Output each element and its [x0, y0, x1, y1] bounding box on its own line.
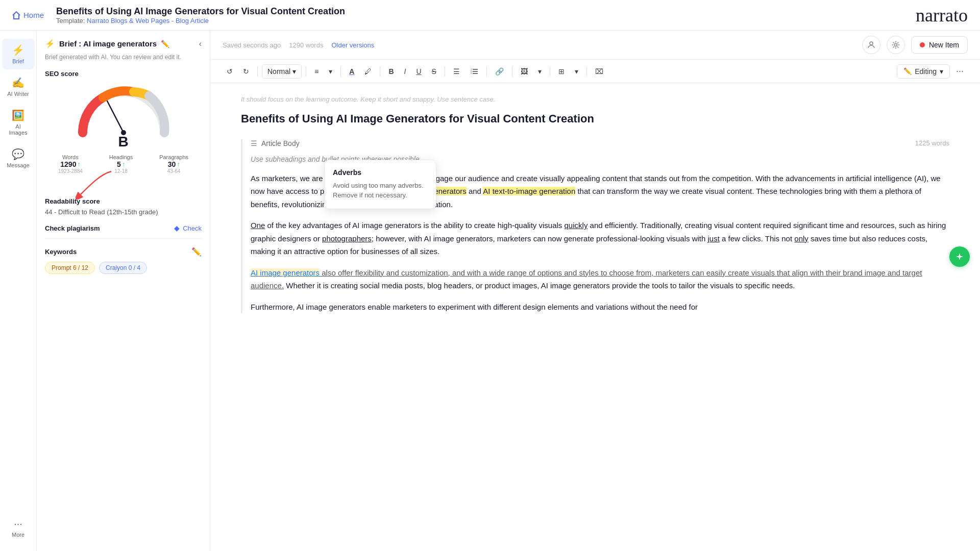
underline-quickly: quickly — [565, 221, 588, 230]
image-chevron-button[interactable]: ▾ — [534, 65, 546, 78]
headings-label: Headings — [109, 154, 133, 160]
settings-action-button[interactable] — [887, 36, 905, 54]
sidebar-item-ai-images[interactable]: 🖼️ AI Images — [2, 104, 35, 141]
ai-images-label: AI Images — [6, 123, 31, 136]
ai-images-icon: 🖼️ — [12, 109, 24, 121]
image-button[interactable]: 🖼 — [517, 65, 532, 78]
undo-button[interactable]: ↺ — [223, 65, 237, 78]
underline-button[interactable]: U — [412, 65, 425, 78]
adverbs-tooltip: Adverbs Avoid using too many adverbs. Re… — [324, 160, 436, 209]
font-color-button[interactable]: A — [345, 65, 358, 78]
sidebar-item-brief[interactable]: ⚡ Brief — [2, 39, 35, 69]
redo-button[interactable]: ↻ — [239, 65, 253, 78]
paragraphs-range: 43-64 — [167, 168, 181, 174]
narrato-logo: narrato — [916, 5, 968, 26]
tooltip-description: Avoid using too many adverbs. Remove if … — [333, 181, 428, 201]
new-item-button[interactable]: New Item — [911, 36, 968, 54]
paragraph-4[interactable]: Furthermore, AI image generators enable … — [251, 300, 949, 314]
check-plagiarism-button[interactable]: ◆ Check — [174, 224, 202, 232]
red-arrow-annotation — [76, 169, 127, 199]
article-section-title: ☰ Article Body — [251, 139, 300, 147]
toolbar-separator-3 — [340, 66, 341, 77]
editor-content[interactable]: It should focus on the learning outcome.… — [210, 83, 980, 551]
ai-writer-icon: ✍️ — [12, 77, 24, 89]
top-header: Home Benefits of Using AI Image Generato… — [0, 0, 980, 31]
message-icon: 💬 — [12, 148, 24, 160]
home-label: Home — [23, 11, 44, 19]
clear-format-button[interactable]: ⌧ — [591, 65, 607, 78]
table-chevron-button[interactable]: ▾ — [571, 65, 582, 78]
new-item-dot — [920, 42, 925, 47]
headings-value: 5 ↑ — [117, 160, 125, 168]
editor-panel: Saved seconds ago 1290 words Older versi… — [210, 31, 980, 551]
toolbar-more-button[interactable]: ··· — [952, 64, 968, 79]
italic-button[interactable]: I — [400, 65, 410, 78]
template-label: Template: — [56, 17, 85, 24]
align-button[interactable]: ≡ — [310, 65, 323, 78]
table-button[interactable]: ⊞ — [554, 65, 569, 78]
brief-header: ⚡ Brief : AI image generators ✏️ ‹ — [45, 39, 202, 48]
paragraph-2[interactable]: One of the key advantages of AI image ge… — [251, 219, 949, 258]
keyword-tag-craiyon[interactable]: Craiyon 0 / 4 — [99, 262, 147, 274]
home-link[interactable]: Home — [12, 11, 44, 19]
readability-score: 44 - Difficult to Read (12th-15th grade) — [45, 208, 202, 216]
gauge-container: B — [45, 82, 202, 150]
sidebar-item-ai-writer[interactable]: ✍️ AI Writer — [2, 71, 35, 102]
bullet-list-button[interactable]: ☰ — [449, 65, 464, 78]
link-button[interactable]: 🔗 — [491, 65, 508, 78]
more-icon: ··· — [14, 518, 22, 530]
keywords-label: Keywords — [45, 248, 77, 256]
strikethrough-button[interactable]: S — [428, 65, 440, 78]
brief-icon: ⚡ — [12, 44, 24, 56]
paragraphs-stat: Paragraphs 30 ↑ 43-64 — [159, 154, 188, 174]
ai-assist-button[interactable] — [949, 246, 970, 267]
paragraphs-label: Paragraphs — [159, 154, 188, 160]
paragraph-3[interactable]: AI image generators also offer flexibili… — [251, 266, 949, 292]
icon-nav: ⚡ Brief ✍️ AI Writer 🖼️ AI Images 💬 Mess… — [0, 31, 37, 551]
align-chevron-button[interactable]: ▾ — [325, 65, 336, 78]
saved-text: Saved seconds ago — [223, 41, 281, 49]
editing-selector[interactable]: ✏️ Editing ▾ — [897, 64, 950, 79]
underline-photographers: photographers — [322, 234, 372, 243]
svg-point-3 — [870, 42, 873, 45]
tooltip-title: Adverbs — [333, 168, 428, 177]
keyword-tag-prompt[interactable]: Prompt 6 / 12 — [45, 262, 95, 274]
brief-collapse-icon[interactable]: ‹ — [199, 39, 202, 48]
readability-section: Readability score 44 - Difficult to Read… — [45, 197, 202, 216]
editor-title[interactable]: Benefits of Using AI Image Generators fo… — [241, 111, 949, 127]
sidebar-item-message[interactable]: 💬 Message — [2, 143, 35, 173]
editor-meta: Saved seconds ago 1290 words Older versi… — [223, 41, 374, 49]
toolbar-separator-4 — [380, 66, 380, 77]
bold-button[interactable]: B — [384, 65, 398, 78]
highlight-link-para3: AI image generators — [251, 268, 320, 277]
older-versions-link[interactable]: Older versions — [331, 41, 374, 49]
article-body-section: ☰ Article Body 1225 words Use subheading… — [241, 139, 949, 313]
plagiarism-section: Check plagiarism ◆ Check — [45, 224, 202, 239]
article-body-icon: ☰ — [251, 139, 257, 147]
svg-text:3: 3 — [471, 72, 472, 74]
brief-panel: ⚡ Brief : AI image generators ✏️ ‹ Brief… — [37, 31, 210, 551]
headings-up-arrow: ↑ — [122, 161, 125, 168]
brief-edit-icon[interactable]: ✏️ — [161, 40, 169, 48]
format-selector[interactable]: Normal ▾ — [262, 64, 302, 79]
brief-label: Brief — [12, 58, 24, 64]
article-word-count: 1225 words — [915, 139, 949, 147]
highlight-button[interactable]: 🖊 — [360, 65, 376, 78]
user-action-button[interactable] — [862, 36, 880, 54]
paragraphs-value: 30 ↑ — [168, 160, 180, 168]
sidebar-item-more[interactable]: ··· More — [2, 513, 35, 543]
brief-title: Brief : AI image generators — [59, 39, 157, 48]
more-label: More — [12, 532, 24, 538]
keyword-tags: Prompt 6 / 12 Craiyon 0 / 4 — [45, 262, 202, 274]
keywords-edit-icon[interactable]: ✏️ — [191, 247, 202, 257]
editor-toolbar: ↺ ↻ Normal ▾ ≡ ▾ A 🖊 B I U S ☰ — [210, 60, 980, 83]
template-link[interactable]: Narrato Blogs & Web Pages - Blog Article — [87, 17, 209, 24]
underline-one: One — [251, 221, 265, 230]
editing-label: Editing — [915, 67, 937, 76]
editor-hint: It should focus on the learning outcome.… — [241, 95, 949, 103]
toolbar-separator-7 — [512, 66, 512, 77]
numbered-list-button[interactable]: 1 2 3 — [466, 65, 482, 78]
check-label: Check — [183, 224, 202, 232]
header-title-block: Benefits of Using AI Image Generators fo… — [56, 6, 916, 24]
seo-section: SEO score B — [45, 70, 202, 189]
